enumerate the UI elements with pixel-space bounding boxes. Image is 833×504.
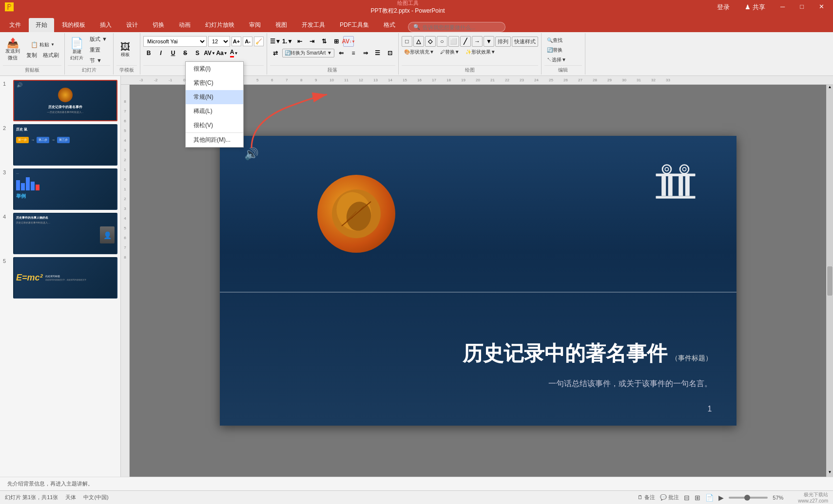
svg-rect-14 [685, 176, 689, 196]
bold-button[interactable]: B [143, 48, 154, 58]
select-button[interactable]: ↖选择▼ [544, 56, 569, 64]
tab-developer[interactable]: 开发工具 [295, 18, 332, 32]
tab-transition[interactable]: 切换 [146, 18, 171, 32]
dropdown-item-other[interactable]: 其他间距(M)... [186, 132, 243, 147]
slide-thumb-5[interactable]: 5 E=mc² 此处填写标题 此处填写内容描述文字，此处填写内容描述文字 [3, 257, 117, 299]
share-button[interactable]: ♟ 共享 [741, 2, 769, 13]
section-button[interactable]: 节 ▼ [87, 56, 110, 65]
shape-oval-button[interactable]: ○ [437, 36, 447, 47]
strikethrough-button[interactable]: S [180, 48, 191, 58]
text-shadow-button[interactable]: S [192, 48, 203, 58]
tab-design[interactable]: 设计 [119, 18, 145, 32]
zoom-slider[interactable] [729, 497, 768, 499]
align-left-button[interactable]: ⇐ [336, 48, 347, 58]
slide-thumbnail-1[interactable]: 历史记录中的著名事件 —历史记录的著名事件时段进入… 🔊 [13, 80, 117, 121]
align-right-button[interactable]: ⇒ [360, 48, 371, 58]
decorative-icon [654, 160, 697, 216]
font-color-button[interactable]: A ▼ [229, 48, 239, 58]
tab-start[interactable]: 开始 [29, 18, 54, 32]
slide-thumb-3[interactable]: 3 … 举例 [3, 168, 117, 210]
tab-file[interactable]: 文件 [2, 18, 28, 32]
find-button[interactable]: 🔍查找 [544, 36, 565, 45]
decrease-font-button[interactable]: A- [243, 37, 252, 46]
vertical-scrollbar[interactable]: ▲ ▼ [826, 85, 833, 477]
login-button[interactable]: 登录 [713, 2, 734, 13]
replace-button[interactable]: 🔄替换 [544, 46, 565, 55]
slide-sorter-button[interactable]: ⊞ [695, 494, 700, 502]
text-direction2-button[interactable]: ⇄ [270, 48, 281, 58]
slideshow-button[interactable]: ▶ [718, 494, 724, 502]
font-name-select[interactable]: Microsoft Yai [143, 36, 207, 47]
shape-fill-button[interactable]: 🎨形状填充▼ [402, 48, 437, 56]
dropdown-item-normal[interactable]: 常规(N) [186, 90, 243, 104]
tab-insert[interactable]: 插入 [93, 18, 118, 32]
tab-review[interactable]: 审阅 [242, 18, 268, 32]
columns-button[interactable]: ⊞ [331, 36, 342, 47]
slide-thumbnail-4[interactable]: 历史事件的当事人物的名 历史记录的著名事件时段进入… 👤 [13, 213, 117, 254]
reset-button[interactable]: 重置 [87, 45, 110, 55]
shape-effects-button[interactable]: ✨形状效果▼ [463, 48, 498, 56]
slide-thumbnail-5[interactable]: E=mc² 此处填写标题 此处填写内容描述文字，此处填写内容描述文字 [13, 257, 117, 299]
send-to-wechat-button[interactable]: 📤 发送到 微信 [3, 37, 22, 63]
tab-slideshow[interactable]: 幻灯片放映 [198, 18, 241, 32]
slide-thumb-1[interactable]: 1 历史记录中的著名事件 —历史记录的著名事件时段进入… 🔊 [3, 80, 117, 121]
close-button[interactable]: ✕ [815, 2, 828, 13]
paste-button[interactable]: 📋粘贴▼ [24, 40, 61, 50]
text-direction-button[interactable]: ⇅ [319, 36, 329, 47]
slide-main[interactable]: 🔊 [220, 136, 736, 426]
slide-thumb-2[interactable]: 2 历史 鼠 第一步 → 第二步 → 第三步 [3, 124, 117, 166]
italic-button[interactable]: I [155, 48, 166, 58]
scroll-down-button[interactable]: ▼ [827, 470, 833, 477]
tab-format[interactable]: 格式 [377, 18, 402, 32]
more-paragraph-button[interactable]: ⊡ [385, 48, 395, 58]
search-input[interactable] [423, 24, 500, 30]
scroll-up-button[interactable]: ▲ [827, 85, 833, 92]
tab-view[interactable]: 视图 [269, 18, 294, 32]
shape-more-button[interactable]: ▼ [484, 36, 494, 47]
tab-pdf[interactable]: PDF工具集 [333, 18, 376, 32]
justify-button[interactable]: ☰ [372, 48, 383, 58]
shape-arrow-button[interactable]: → [472, 36, 483, 47]
shape-outline-button[interactable]: 🖊替换▼ [438, 48, 462, 56]
char-spacing-button[interactable]: AV ▼ [204, 48, 215, 58]
notes-button[interactable]: 🗒 备注 [638, 494, 655, 501]
copy-button[interactable]: 复制 [24, 51, 39, 60]
template-button[interactable]: 🖼 模板 [116, 40, 134, 59]
restore-button[interactable]: □ [796, 2, 808, 13]
shape-rect-button[interactable]: □ [402, 36, 412, 47]
clear-format-button[interactable]: 🧹 [254, 37, 264, 46]
decrease-indent-button[interactable]: ⇤ [294, 36, 305, 47]
layout-button[interactable]: 版式 ▼ [87, 35, 110, 44]
underline-button[interactable]: U [168, 48, 178, 58]
shape-triangle-button[interactable]: △ [413, 36, 424, 47]
convert-smartart-button[interactable]: 🔄转换为 SmartArt ▼ [282, 49, 334, 57]
dropdown-item-very-tight[interactable]: 很紧(I) [186, 62, 243, 76]
line-spacing-button[interactable]: AV↕▼ [343, 36, 354, 47]
slide-thumbnail-3[interactable]: … 举例 [13, 168, 117, 210]
slide-thumb-4[interactable]: 4 历史事件的当事人物的名 历史记录的著名事件时段进入… 👤 [3, 213, 117, 254]
reading-view-button[interactable]: 📄 [705, 494, 714, 502]
dropdown-item-very-loose[interactable]: 很松(V) [186, 118, 243, 132]
normal-view-button[interactable]: ⊟ [684, 494, 690, 502]
dropdown-item-loose[interactable]: 稀疏(L) [186, 104, 243, 118]
arrange-button[interactable]: 排列 [495, 37, 511, 47]
tab-animation[interactable]: 动画 [172, 18, 197, 32]
shape-diamond-button[interactable]: ◇ [425, 36, 436, 47]
increase-indent-button[interactable]: ⇥ [307, 36, 317, 47]
increase-font-button[interactable]: A+ [232, 37, 241, 46]
slide-thumbnail-2[interactable]: 历史 鼠 第一步 → 第二步 → 第三步 [13, 124, 117, 166]
tab-template[interactable]: 我的模板 [55, 18, 92, 32]
dropdown-item-tight[interactable]: 紧密(C) [186, 76, 243, 90]
format-brush-button[interactable]: 格式刷 [40, 51, 61, 60]
align-center-button[interactable]: ≡ [348, 48, 359, 58]
shape-rounded-button[interactable]: ⬜ [448, 36, 459, 47]
comments-button[interactable]: 💬 批注 [660, 494, 679, 501]
quick-styles-button[interactable]: 快速样式 [512, 37, 538, 47]
numbered-list-button[interactable]: 1.▼ [282, 36, 293, 47]
font-size-select[interactable]: 12 [208, 36, 230, 47]
shape-line-button[interactable]: ╱ [460, 36, 471, 47]
bullet-list-button[interactable]: ☰▼ [270, 36, 281, 47]
minimize-button[interactable]: ─ [776, 2, 789, 13]
change-case-button[interactable]: Aa▼ [216, 48, 227, 58]
new-slide-button[interactable]: 📄 新建 幻灯片 [68, 37, 86, 63]
